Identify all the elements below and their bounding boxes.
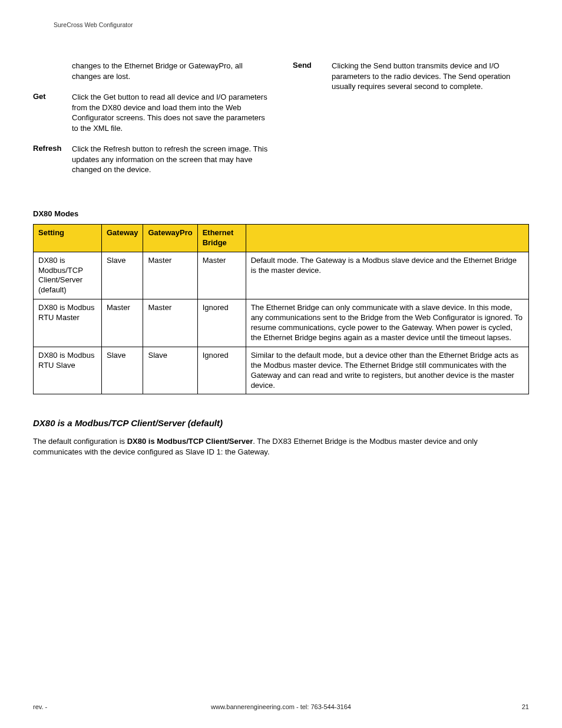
definition-get: Get Click the Get button to read all dev…: [33, 92, 269, 133]
cell-setting: DX80 is Modbus/TCP Client/Server (defaul…: [34, 252, 102, 299]
running-header: SureCross Web Configurator: [33, 21, 529, 28]
cell-desc: The Ethernet Bridge can only communicate…: [246, 299, 528, 347]
two-column-block: changes to the Ethernet Bridge or Gatewa…: [33, 61, 529, 186]
cell-gateway: Master: [102, 299, 143, 347]
cell-desc: Default mode. The Gateway is a Modbus sl…: [246, 252, 528, 299]
cell-gateway: Slave: [102, 347, 143, 394]
para-pre: The default configuration is: [33, 437, 127, 446]
right-column: Send Clicking the Send button transmits …: [293, 61, 529, 186]
para-bold: DX80 is Modbus/TCP Client/Server: [127, 437, 253, 446]
th-setting: Setting: [34, 224, 102, 252]
th-gateway: Gateway: [102, 224, 143, 252]
intro-continuation: changes to the Ethernet Bridge or Gatewa…: [72, 61, 269, 81]
cell-gatewaypro: Slave: [143, 347, 197, 394]
cell-eb: Ignored: [197, 347, 246, 394]
page-footer: rev. - www.bannerengineering.com - tel: …: [33, 703, 529, 710]
page: SureCross Web Configurator changes to th…: [0, 0, 562, 728]
footer-contact: www.bannerengineering.com - tel: 763-544…: [33, 703, 529, 710]
term-get: Get: [33, 92, 72, 133]
cell-gatewaypro: Master: [143, 299, 197, 347]
desc-refresh: Click the Refresh button to refresh the …: [72, 144, 269, 175]
subsection-paragraph: The default configuration is DX80 is Mod…: [33, 436, 529, 457]
cell-setting: DX80 is Modbus RTU Master: [34, 299, 102, 347]
th-ethernet-bridge: Ethernet Bridge: [197, 224, 246, 252]
cell-desc: Similar to the default mode, but a devic…: [246, 347, 528, 394]
desc-send: Clicking the Send button transmits devic…: [332, 61, 529, 92]
table-row: DX80 is Modbus RTU Slave Slave Slave Ign…: [34, 347, 529, 394]
th-gatewaypro: GatewayPro: [143, 224, 197, 252]
desc-get: Click the Get button to read all device …: [72, 92, 269, 133]
modes-table: Setting Gateway GatewayPro Ethernet Brid…: [33, 224, 529, 394]
cell-gatewaypro: Master: [143, 252, 197, 299]
subsection-heading: DX80 is a Modbus/TCP Client/Server (defa…: [33, 418, 529, 428]
cell-gateway: Slave: [102, 252, 143, 299]
cell-setting: DX80 is Modbus RTU Slave: [34, 347, 102, 394]
cell-eb: Master: [197, 252, 246, 299]
definition-send: Send Clicking the Send button transmits …: [293, 61, 529, 92]
modes-heading: DX80 Modes: [33, 209, 529, 218]
definition-refresh: Refresh Click the Refresh button to refr…: [33, 144, 269, 175]
table-row: DX80 is Modbus/TCP Client/Server (defaul…: [34, 252, 529, 299]
table-header-row: Setting Gateway GatewayPro Ethernet Brid…: [34, 224, 529, 252]
table-row: DX80 is Modbus RTU Master Master Master …: [34, 299, 529, 347]
th-desc: [246, 224, 528, 252]
cell-eb: Ignored: [197, 299, 246, 347]
left-column: changes to the Ethernet Bridge or Gatewa…: [33, 61, 269, 186]
term-refresh: Refresh: [33, 144, 72, 175]
term-send: Send: [293, 61, 332, 92]
